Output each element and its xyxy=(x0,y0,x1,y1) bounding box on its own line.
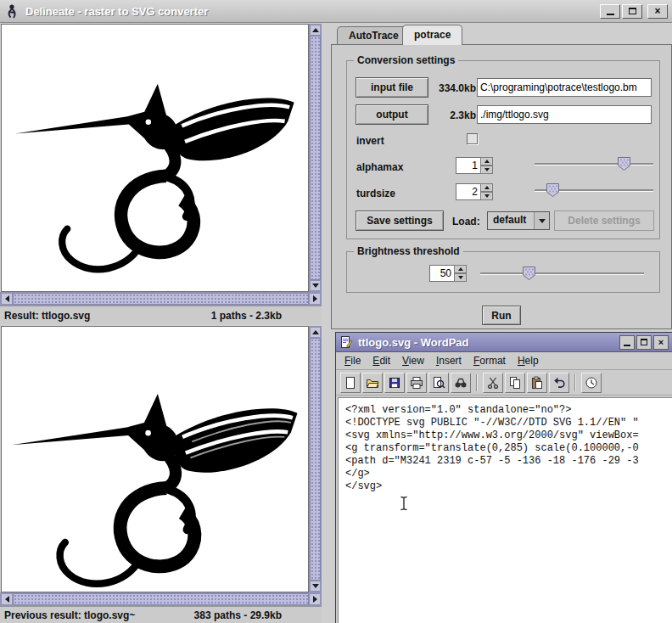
result-horizontal-scrollbar[interactable] xyxy=(0,292,322,306)
close-button[interactable]: × xyxy=(647,4,668,19)
tab-potrace[interactable]: potrace xyxy=(402,25,462,45)
turdsize-value-field[interactable] xyxy=(456,183,480,200)
menu-format[interactable]: Format xyxy=(468,353,512,368)
alphamax-slider-thumb[interactable] xyxy=(618,157,630,171)
run-button[interactable]: Run xyxy=(482,306,521,325)
window-title: Delineate - raster to SVG converter xyxy=(25,5,208,18)
slider-track xyxy=(535,163,653,165)
turdsize-decrement-button[interactable] xyxy=(480,192,493,200)
input-file-size: 334.0kb xyxy=(428,82,476,94)
alphamax-decrement-button[interactable] xyxy=(480,166,493,174)
previous-vertical-scrollbar[interactable] xyxy=(309,326,322,592)
arrow-up-icon xyxy=(312,28,319,32)
delete-settings-button[interactable]: Delete settings xyxy=(554,210,654,231)
print-button[interactable] xyxy=(406,373,427,393)
scroll-right-button[interactable] xyxy=(309,593,321,605)
arrow-right-icon xyxy=(313,596,317,603)
wordpad-maximize-button[interactable] xyxy=(636,335,652,350)
find-icon xyxy=(454,376,468,390)
turdsize-increment-button[interactable] xyxy=(480,183,493,192)
output-file-button[interactable]: output xyxy=(356,104,428,125)
tab-autotrace[interactable]: AutoTrace xyxy=(337,26,411,44)
wordpad-titlebar: ttlogo.svg - WordPad × xyxy=(336,333,672,352)
scroll-down-button[interactable] xyxy=(310,280,321,291)
alphamax-label: alphamax xyxy=(356,161,403,173)
close-icon: × xyxy=(658,338,664,347)
combobox-arrow xyxy=(534,212,549,229)
new-document-button[interactable] xyxy=(340,373,361,393)
previous-horizontal-scrollbar[interactable] xyxy=(0,592,322,606)
scroll-left-button[interactable] xyxy=(1,593,13,605)
close-icon: × xyxy=(654,6,660,16)
turdsize-label: turdsize xyxy=(356,188,395,199)
arrow-right-icon xyxy=(313,295,317,302)
wordpad-minimize-button[interactable] xyxy=(619,335,635,350)
print-preview-button[interactable] xyxy=(428,373,449,393)
wordpad-window-controls: × xyxy=(619,335,669,350)
window-controls: × xyxy=(600,4,668,19)
find-button[interactable] xyxy=(451,373,471,393)
chevron-down-icon xyxy=(539,219,546,223)
vertical-scrollbar-thumb[interactable] xyxy=(310,36,321,280)
cut-button[interactable] xyxy=(483,373,503,393)
save-settings-button[interactable]: Save settings xyxy=(356,210,444,231)
save-button[interactable] xyxy=(384,373,405,393)
wordpad-close-button[interactable]: × xyxy=(653,335,669,350)
menu-view[interactable]: View xyxy=(396,353,430,368)
scroll-up-button[interactable] xyxy=(310,327,321,338)
scroll-left-button[interactable] xyxy=(1,293,13,305)
horizontal-scrollbar-thumb[interactable] xyxy=(13,593,309,605)
arrow-down-icon xyxy=(312,584,319,588)
brightness-decrement-button[interactable] xyxy=(454,273,467,282)
code-line: <svg xmlns="http://www.w3.org/2000/svg" … xyxy=(345,429,672,442)
code-line: <?xml version="1.0" standalone="no"?> xyxy=(345,404,672,417)
brightness-slider[interactable] xyxy=(480,266,644,281)
alphamax-value-field[interactable] xyxy=(456,157,480,174)
delineate-window: Delineate - raster to SVG converter × xyxy=(0,0,672,623)
maximize-button[interactable] xyxy=(622,4,642,19)
vertical-scrollbar-thumb[interactable] xyxy=(310,338,321,581)
brightness-slider-thumb[interactable] xyxy=(523,267,535,280)
input-file-button[interactable]: input file xyxy=(356,77,428,98)
menu-edit[interactable]: Edit xyxy=(367,353,396,368)
load-label: Load: xyxy=(452,216,480,227)
scroll-down-button[interactable] xyxy=(310,581,321,592)
horizontal-scrollbar-thumb[interactable] xyxy=(13,293,309,305)
arrow-up-icon xyxy=(312,330,319,334)
scroll-up-button[interactable] xyxy=(310,25,321,36)
scroll-right-button[interactable] xyxy=(309,293,321,305)
result-vertical-scrollbar[interactable] xyxy=(309,24,322,292)
open-button[interactable] xyxy=(362,373,383,393)
arrow-down-icon xyxy=(484,194,490,198)
undo-button[interactable] xyxy=(549,373,569,393)
alphamax-increment-button[interactable] xyxy=(480,157,493,166)
alphamax-slider[interactable] xyxy=(535,156,653,171)
paste-icon xyxy=(530,376,544,390)
copy-button[interactable] xyxy=(505,373,525,393)
app-icon xyxy=(4,3,20,19)
traced-bird-image xyxy=(12,43,300,283)
conversion-settings-title: Conversion settings xyxy=(354,54,458,66)
brightness-increment-button[interactable] xyxy=(454,265,467,273)
turdsize-slider-thumb[interactable] xyxy=(546,183,559,197)
code-line: <g transform="translate(0,285) scale(0.1… xyxy=(345,442,672,455)
turdsize-slider[interactable] xyxy=(535,182,653,198)
minimize-button[interactable] xyxy=(600,4,620,19)
previous-status-bar: Previous result: tlogo.svg~ 383 paths - … xyxy=(0,606,322,623)
date-time-button[interactable] xyxy=(581,373,602,393)
minimize-icon xyxy=(607,14,614,15)
brightness-value-field[interactable] xyxy=(429,265,454,282)
document-text-area[interactable]: <?xml version="1.0" standalone="no"?> <!… xyxy=(338,397,672,623)
load-settings-combobox[interactable]: default xyxy=(487,211,550,230)
menu-insert[interactable]: Insert xyxy=(430,353,468,368)
menu-help[interactable]: Help xyxy=(512,353,545,368)
window-titlebar: Delineate - raster to SVG converter × xyxy=(0,0,672,23)
menu-file[interactable]: File xyxy=(339,353,367,368)
output-file-field[interactable] xyxy=(477,105,652,124)
paste-button[interactable] xyxy=(527,373,547,393)
previous-bird-image xyxy=(8,352,304,592)
alphamax-spinner xyxy=(456,157,493,174)
input-file-field[interactable] xyxy=(477,78,652,97)
arrow-left-icon xyxy=(5,295,9,302)
invert-checkbox[interactable] xyxy=(467,133,478,144)
